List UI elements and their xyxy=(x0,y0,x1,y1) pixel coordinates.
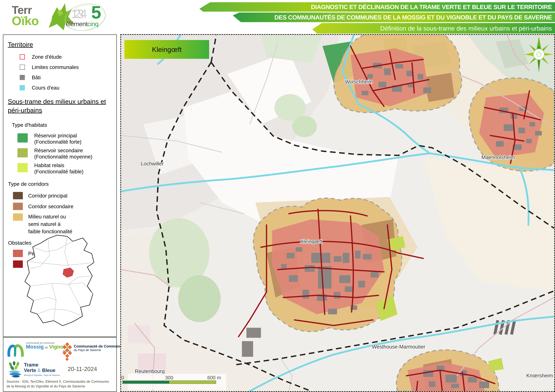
bati-label: Bâti xyxy=(32,74,41,80)
scalebar-tick-300: 300 xyxy=(165,375,173,380)
legend-territoire-title: Territoire xyxy=(8,41,113,48)
place-label-maennolsheim: Maennolsheim xyxy=(481,154,515,160)
reservoir-secondaire-line2: (Fonctionnalité moyenne) xyxy=(34,154,92,160)
scalebar-tick-600: 600 m xyxy=(207,375,221,380)
corridor-secondaire-swatch xyxy=(13,203,23,210)
element5-suffix: cinq xyxy=(87,20,98,28)
reservoir-principal-line1: Réservoir principal xyxy=(34,132,81,139)
place-label-lochwiller: Lochwiller xyxy=(141,161,164,167)
legend-item-zone-etude: Zone d'étude xyxy=(20,53,113,60)
location-inset-map xyxy=(20,232,98,330)
place-label-knoersheim: Knœrsheim xyxy=(526,372,553,378)
milieu-naturel-line2: semi naturel à xyxy=(28,221,72,228)
pays-saverne-logo: Communauté de Communes du Pays de Savern… xyxy=(62,342,73,362)
limites-swatch xyxy=(20,64,25,70)
reservoir-secondaire-swatch xyxy=(17,148,28,157)
habitat-relais-line2: (Fonctionnalité faible) xyxy=(34,168,83,175)
map-frame: Kleingœft Wolschheim Maennolsheim Lochwi… xyxy=(120,34,555,392)
footer-panel: communauté de communes Mossig et Vignobl… xyxy=(3,337,117,392)
legend-item-limites: Limites communales xyxy=(20,64,113,71)
map-title-box: Kleingœft xyxy=(124,40,209,59)
zone-etude-swatch xyxy=(20,54,25,59)
soustrame-title-line1: Sous-trame des milieux urbains et xyxy=(8,98,106,105)
element5-swoosh-icon xyxy=(63,3,110,32)
tvb-subtitle: Mossig et Vignoble - Pays de Saverne xyxy=(24,374,60,377)
scalebar-segment-1 xyxy=(123,381,169,383)
map-canvas xyxy=(121,35,554,391)
cours-eau-label: Cours d'eau xyxy=(32,85,59,91)
trame-verte-bleue-text: Trame Verte & Bleue Mossig et Vignoble -… xyxy=(24,362,60,377)
scalebar xyxy=(122,380,216,384)
habitat-relais-line1: Habitat relais xyxy=(34,162,83,169)
corridor-principal-swatch xyxy=(13,192,23,199)
legend-item-habitat-relais: Habitat relais (Fonctionnalité faible) xyxy=(17,162,113,175)
corridor-secondaire-label: Corridor secondaire xyxy=(28,203,73,210)
trame-verte-bleue-logo: Trame Verte & Bleue Mossig et Vignoble -… xyxy=(7,361,23,378)
mossig-word: Mossig xyxy=(26,344,44,350)
legend-item-reservoir-principal: Réservoir principal (Fonctionnalité fort… xyxy=(17,132,113,145)
milieu-naturel-line1: Milieu naturel ou xyxy=(28,213,72,221)
legend-habitats-title: Type d'habitats xyxy=(12,122,113,128)
tvb-line2: Verte & Bleue xyxy=(24,368,60,373)
reservoir-principal-label: Réservoir principal (Fonctionnalité fort… xyxy=(34,132,81,145)
compass-rose-icon xyxy=(522,36,555,73)
scalebar-segment-2 xyxy=(169,381,216,383)
habitat-relais-label: Habitat relais (Fonctionnalité faible) xyxy=(34,162,83,175)
element5-digits: 1234 xyxy=(71,7,83,21)
scalebar-tick-0: 0 xyxy=(121,375,124,380)
mossig-et: et xyxy=(45,346,48,349)
legend-corridors-title: Type de corridors xyxy=(8,181,113,187)
place-label-westhouse-marmoutier: Westhouse-Marmoutier xyxy=(372,344,425,350)
tvb-line1: Trame xyxy=(24,362,60,368)
reservoir-secondaire-line1: Réservoir secondaire xyxy=(34,147,92,154)
element5-name: élément xyxy=(66,20,87,28)
soustrame-title-line2: péri-urbains xyxy=(8,107,42,114)
legend-panel: Territoire Zone d'étude Limites communal… xyxy=(3,35,117,337)
zone-etude-label: Zone d'étude xyxy=(32,54,62,60)
corridor-principal-label: Corridor principal xyxy=(28,192,67,199)
title-banner-line1: DIAGNOSTIC ET DÉCLINAISON DE LA TRAME VE… xyxy=(199,2,555,12)
legend-item-cours-eau: Cours d'eau xyxy=(20,84,113,91)
tvb-verte: Verte xyxy=(24,368,36,373)
terroiko-word-oiko: Oïko xyxy=(12,15,39,27)
saverne-line1: Communauté de Communes xyxy=(74,344,124,349)
sources-text: Sources : IGN, TerrOïko, Elément 5, Comm… xyxy=(7,379,113,389)
title-banner-line3: Définition de la sous-trame des milieux … xyxy=(312,23,555,34)
element5-wordmark: élémentcinq xyxy=(66,20,98,28)
place-label-kleingoeft: Kleingœft xyxy=(300,238,322,244)
legend-item-corridor-principal: Corridor principal xyxy=(13,192,113,199)
milieu-naturel-swatch xyxy=(13,213,23,221)
saverne-line2: du Pays de Saverne xyxy=(74,349,124,352)
pays-saverne-text: Communauté de Communes du Pays de Savern… xyxy=(74,344,124,352)
reservoir-secondaire-label: Réservoir secondaire (Fonctionnalité moy… xyxy=(34,147,92,160)
legend-item-reservoir-secondaire: Réservoir secondaire (Fonctionnalité moy… xyxy=(17,147,113,160)
legend-soustrame-title: Sous-trame des milieux urbains et péri-u… xyxy=(8,97,113,115)
terroiko-word-terr: Terr xyxy=(12,5,39,15)
map-date: 20-11-2024 xyxy=(68,366,97,372)
pays-saverne-icon xyxy=(62,342,73,361)
terroiko-wordmark: Terr Oïko xyxy=(12,5,39,27)
place-label-wolschheim: Wolschheim xyxy=(345,79,373,85)
tvb-amp: & xyxy=(37,368,41,373)
limites-label: Limites communales xyxy=(32,64,79,70)
mossig-vignoble-icon xyxy=(7,342,24,357)
place-label-reutenbourg: Reutenbourg xyxy=(135,368,165,374)
tvb-bleue: Bleue xyxy=(42,368,55,373)
cours-eau-swatch xyxy=(20,85,25,90)
legend-item-bati: Bâti xyxy=(20,74,113,81)
title-banner-line2: DES COMMUNAUTÉS DE COMMUNES DE LA MOSSIG… xyxy=(233,13,555,22)
reservoir-principal-line2: (Fonctionnalité forte) xyxy=(34,139,81,145)
habitat-relais-swatch xyxy=(17,163,28,172)
bati-swatch xyxy=(20,75,25,80)
trame-verte-bleue-icon xyxy=(7,361,23,378)
element5-five: 5 xyxy=(91,2,101,22)
legend-item-corridor-secondaire: Corridor secondaire xyxy=(13,202,113,210)
reservoir-principal-swatch xyxy=(17,133,28,143)
element5-logo: 1234 5 élémentcinq xyxy=(63,3,110,30)
